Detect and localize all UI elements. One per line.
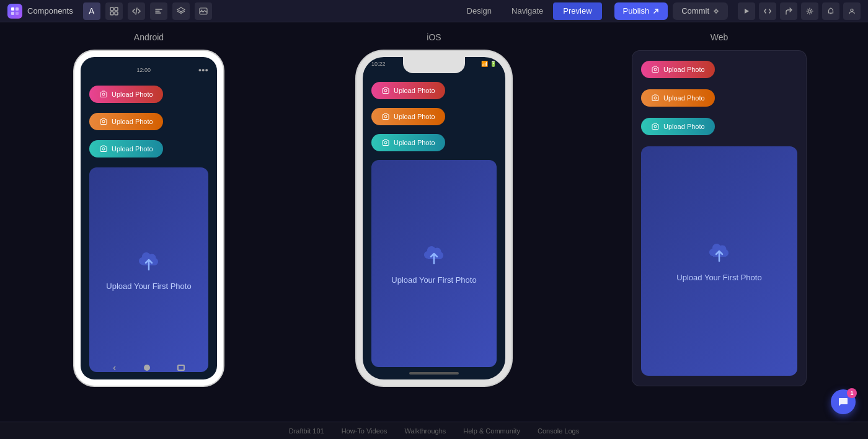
camera-icon <box>99 90 108 99</box>
cloud-upload-icon <box>136 247 161 275</box>
camera-icon-ios-1 <box>381 86 390 95</box>
topbar-right-icons <box>738 2 861 20</box>
notification-icon[interactable] <box>822 2 839 20</box>
toolbar-icon-components[interactable] <box>105 2 123 20</box>
home-button-shape[interactable] <box>144 365 150 371</box>
footer-link-console[interactable]: Console Logs <box>538 427 579 435</box>
web-upload-btn-pink[interactable]: Upload Photo <box>641 61 715 78</box>
web-upload-btn-orange[interactable]: Upload Photo <box>641 89 715 107</box>
svg-rect-3 <box>16 12 19 15</box>
web-upload-btn-teal[interactable]: Upload Photo <box>641 118 715 135</box>
nav-navigate[interactable]: Navigate <box>502 2 553 20</box>
svg-point-17 <box>384 115 387 118</box>
code-embed-icon[interactable] <box>759 2 776 20</box>
nav-preview[interactable]: Preview <box>553 2 601 20</box>
web-upload-placeholder[interactable]: Upload Your First Photo <box>641 146 797 376</box>
share-icon[interactable] <box>780 2 797 20</box>
ios-placeholder-text: Upload Your First Photo <box>391 275 476 286</box>
svg-rect-6 <box>110 12 113 15</box>
android-label: Android <box>134 32 164 42</box>
android-inner: 12:00 ●●● Upload Photo Upload Photo <box>81 57 217 379</box>
ios-inner: 10:22 📶 🔋 Upload Photo Upload Photo <box>363 57 505 379</box>
topbar-actions: Publish Commit <box>614 2 728 20</box>
camera-icon-ios-3 <box>381 138 390 147</box>
settings-icon[interactable] <box>801 2 818 20</box>
svg-point-12 <box>851 9 853 11</box>
footer-link-help[interactable]: Help & Community <box>463 427 520 435</box>
back-button-shape[interactable]: ‹ <box>113 362 116 373</box>
topbar: Components A Design Navigate Preview Pub… <box>0 0 868 22</box>
user-icon[interactable] <box>843 2 861 20</box>
svg-rect-2 <box>11 12 14 15</box>
camera-icon-3 <box>99 144 108 153</box>
android-upload-btn-orange[interactable]: Upload Photo <box>89 113 163 130</box>
svg-point-14 <box>102 120 105 123</box>
android-frame: 12:00 ●●● Upload Photo Upload Photo <box>74 51 223 386</box>
svg-rect-5 <box>115 7 118 11</box>
app-name: Components <box>27 6 73 16</box>
camera-icon-web-1 <box>651 65 660 74</box>
ios-label: iOS <box>427 32 441 42</box>
toolbar-icon-layout[interactable] <box>150 2 167 20</box>
svg-point-11 <box>808 10 811 12</box>
app-logo[interactable] <box>7 4 22 19</box>
ios-upload-btn-orange[interactable]: Upload Photo <box>371 108 445 125</box>
android-upload-placeholder[interactable]: Upload Your First Photo <box>89 167 208 372</box>
ios-upload-placeholder[interactable]: Upload Your First Photo <box>371 160 497 367</box>
ios-frame: 10:22 📶 🔋 Upload Photo Upload Photo <box>356 51 512 386</box>
android-upload-btn-pink[interactable]: Upload Photo <box>89 86 163 103</box>
top-nav: Design Navigate Preview <box>457 2 602 20</box>
recent-button-shape[interactable] <box>177 365 185 371</box>
toolbar-icon-cursor[interactable]: A <box>83 2 100 20</box>
ios-upload-btn-pink[interactable]: Upload Photo <box>371 82 445 99</box>
toolbar-icon-images[interactable] <box>195 2 212 20</box>
chat-bubble[interactable]: 1 <box>831 389 856 414</box>
publish-button[interactable]: Publish <box>614 2 668 20</box>
footer-link-howto[interactable]: How-To Videos <box>342 427 388 435</box>
svg-rect-1 <box>16 7 19 11</box>
android-column: Android 12:00 ●●● Upload Photo <box>12 32 285 386</box>
ios-upload-btn-teal[interactable]: Upload Photo <box>371 134 445 151</box>
commit-button[interactable]: Commit <box>673 2 728 20</box>
chat-badge: 1 <box>847 388 857 398</box>
nav-design[interactable]: Design <box>457 2 502 20</box>
android-statusbar: 12:00 ●●● <box>89 67 208 73</box>
footer: Draftbit 101 How-To Videos Walkthroughs … <box>0 422 868 439</box>
svg-point-18 <box>384 141 387 144</box>
camera-icon-ios-2 <box>381 112 390 121</box>
android-placeholder-text: Upload Your First Photo <box>106 281 191 292</box>
svg-rect-0 <box>11 7 14 11</box>
svg-point-10 <box>715 10 717 12</box>
web-label: Web <box>711 32 728 42</box>
android-navbar: ‹ <box>81 362 217 373</box>
svg-point-13 <box>102 93 105 95</box>
android-upload-btn-teal[interactable]: Upload Photo <box>89 140 163 157</box>
ios-column: iOS 10:22 📶 🔋 Upload Photo <box>298 32 570 386</box>
svg-rect-4 <box>110 7 113 11</box>
camera-icon-2 <box>99 117 108 126</box>
play-icon[interactable] <box>738 2 755 20</box>
toolbar-icon-layers[interactable] <box>172 2 190 20</box>
cloud-upload-icon-ios <box>422 241 446 268</box>
toolbar-icon-code[interactable] <box>128 2 145 20</box>
svg-point-20 <box>654 97 657 99</box>
main-content: Android 12:00 ●●● Upload Photo <box>0 22 868 422</box>
cloud-upload-icon-web <box>707 239 732 266</box>
svg-rect-7 <box>115 12 118 15</box>
camera-icon-web-3 <box>651 122 660 131</box>
web-placeholder-text: Upload Your First Photo <box>676 272 761 283</box>
camera-icon-web-2 <box>651 94 660 102</box>
svg-point-15 <box>102 148 105 150</box>
ios-home-indicator <box>409 372 459 375</box>
web-frame: Upload Photo Upload Photo Upload Photo <box>632 51 806 386</box>
web-column: Web Upload Photo Upload Photo Upload Pho… <box>583 32 856 386</box>
footer-link-draftbit[interactable]: Draftbit 101 <box>289 427 324 435</box>
svg-point-19 <box>654 68 657 71</box>
footer-link-walkthroughs[interactable]: Walkthroughs <box>404 427 446 435</box>
ios-statusbar: 10:22 📶 🔋 <box>371 61 497 67</box>
svg-point-16 <box>384 89 387 92</box>
svg-point-21 <box>654 125 657 128</box>
